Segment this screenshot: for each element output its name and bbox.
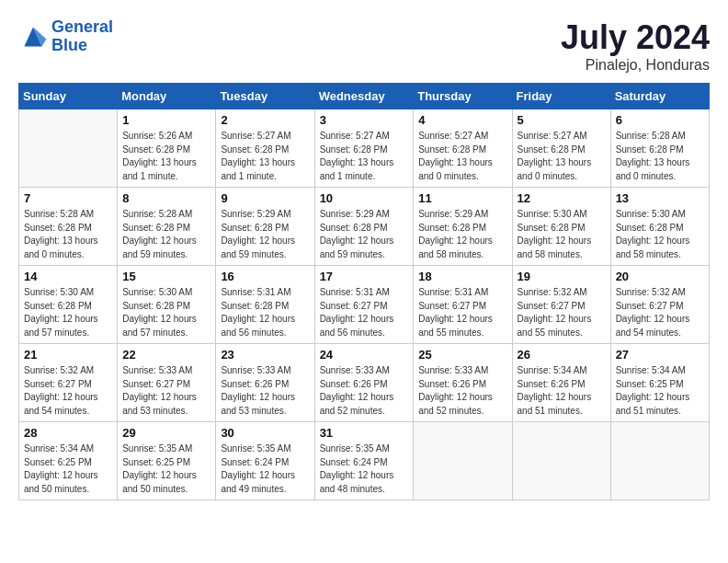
day-number: 28 <box>24 426 112 440</box>
calendar-table: SundayMondayTuesdayWednesdayThursdayFrid… <box>18 83 710 500</box>
day-number: 7 <box>24 191 112 205</box>
calendar-cell: 24Sunrise: 5:33 AM Sunset: 6:26 PM Dayli… <box>314 344 414 422</box>
day-info: Sunrise: 5:28 AM Sunset: 6:28 PM Dayligh… <box>122 208 210 261</box>
day-info: Sunrise: 5:28 AM Sunset: 6:28 PM Dayligh… <box>24 208 112 261</box>
day-number: 31 <box>320 426 409 440</box>
day-number: 16 <box>221 270 309 283</box>
day-info: Sunrise: 5:35 AM Sunset: 6:24 PM Dayligh… <box>320 442 409 496</box>
day-number: 9 <box>221 191 309 205</box>
day-info: Sunrise: 5:32 AM Sunset: 6:27 PM Dayligh… <box>24 364 112 418</box>
calendar-body: 1Sunrise: 5:26 AM Sunset: 6:28 PM Daylig… <box>19 109 710 500</box>
day-number: 26 <box>518 348 606 362</box>
week-row-4: 21Sunrise: 5:32 AM Sunset: 6:27 PM Dayli… <box>19 344 710 422</box>
logo-icon <box>18 24 48 50</box>
week-row-3: 14Sunrise: 5:30 AM Sunset: 6:28 PM Dayli… <box>19 266 710 344</box>
calendar-cell: 4Sunrise: 5:27 AM Sunset: 6:28 PM Daylig… <box>414 109 512 188</box>
day-number: 15 <box>122 270 210 283</box>
calendar-cell <box>610 422 709 500</box>
day-number: 10 <box>320 191 409 205</box>
day-info: Sunrise: 5:33 AM Sunset: 6:26 PM Dayligh… <box>320 364 409 418</box>
day-info: Sunrise: 5:31 AM Sunset: 6:27 PM Dayligh… <box>418 286 506 339</box>
weekday-monday: Monday <box>118 84 216 109</box>
calendar-cell: 27Sunrise: 5:34 AM Sunset: 6:25 PM Dayli… <box>610 344 709 422</box>
weekday-saturday: Saturday <box>610 84 709 109</box>
day-number: 20 <box>616 270 704 283</box>
calendar-cell: 16Sunrise: 5:31 AM Sunset: 6:28 PM Dayli… <box>216 266 314 344</box>
day-number: 2 <box>221 113 309 127</box>
day-info: Sunrise: 5:35 AM Sunset: 6:24 PM Dayligh… <box>221 442 309 496</box>
day-info: Sunrise: 5:31 AM Sunset: 6:28 PM Dayligh… <box>221 286 309 339</box>
week-row-2: 7Sunrise: 5:28 AM Sunset: 6:28 PM Daylig… <box>19 188 710 266</box>
day-info: Sunrise: 5:29 AM Sunset: 6:28 PM Dayligh… <box>320 208 409 261</box>
calendar-cell: 20Sunrise: 5:32 AM Sunset: 6:27 PM Dayli… <box>610 266 709 344</box>
calendar-cell: 18Sunrise: 5:31 AM Sunset: 6:27 PM Dayli… <box>414 266 512 344</box>
title-block: July 2024 Pinalejo, Honduras <box>561 18 710 74</box>
calendar-cell: 29Sunrise: 5:35 AM Sunset: 6:25 PM Dayli… <box>118 422 216 500</box>
calendar-cell: 17Sunrise: 5:31 AM Sunset: 6:27 PM Dayli… <box>314 266 414 344</box>
day-number: 17 <box>320 270 409 283</box>
day-number: 21 <box>24 348 112 362</box>
day-number: 29 <box>122 426 210 440</box>
calendar-cell: 15Sunrise: 5:30 AM Sunset: 6:28 PM Dayli… <box>118 266 216 344</box>
location: Pinalejo, Honduras <box>561 57 710 74</box>
day-info: Sunrise: 5:31 AM Sunset: 6:27 PM Dayligh… <box>320 286 409 339</box>
calendar-cell: 28Sunrise: 5:34 AM Sunset: 6:25 PM Dayli… <box>19 422 118 500</box>
day-info: Sunrise: 5:33 AM Sunset: 6:26 PM Dayligh… <box>418 364 506 418</box>
weekday-sunday: Sunday <box>19 84 118 109</box>
day-info: Sunrise: 5:32 AM Sunset: 6:27 PM Dayligh… <box>518 286 606 339</box>
calendar-cell: 12Sunrise: 5:30 AM Sunset: 6:28 PM Dayli… <box>512 188 610 266</box>
calendar-cell: 30Sunrise: 5:35 AM Sunset: 6:24 PM Dayli… <box>216 422 314 500</box>
day-info: Sunrise: 5:27 AM Sunset: 6:28 PM Dayligh… <box>320 130 409 183</box>
weekday-header-row: SundayMondayTuesdayWednesdayThursdayFrid… <box>19 84 710 109</box>
month-title: July 2024 <box>561 18 710 57</box>
calendar-cell: 26Sunrise: 5:34 AM Sunset: 6:26 PM Dayli… <box>512 344 610 422</box>
day-number: 11 <box>418 191 506 205</box>
day-info: Sunrise: 5:30 AM Sunset: 6:28 PM Dayligh… <box>616 208 704 261</box>
day-info: Sunrise: 5:35 AM Sunset: 6:25 PM Dayligh… <box>122 442 210 496</box>
day-info: Sunrise: 5:27 AM Sunset: 6:28 PM Dayligh… <box>518 130 606 183</box>
weekday-friday: Friday <box>512 84 610 109</box>
calendar-cell <box>512 422 610 500</box>
day-number: 13 <box>616 191 704 205</box>
weekday-wednesday: Wednesday <box>314 84 414 109</box>
calendar-cell: 13Sunrise: 5:30 AM Sunset: 6:28 PM Dayli… <box>610 188 709 266</box>
logo-line1: General <box>51 17 113 36</box>
week-row-1: 1Sunrise: 5:26 AM Sunset: 6:28 PM Daylig… <box>19 109 710 188</box>
calendar-cell: 8Sunrise: 5:28 AM Sunset: 6:28 PM Daylig… <box>118 188 216 266</box>
day-number: 12 <box>518 191 606 205</box>
weekday-tuesday: Tuesday <box>216 84 314 109</box>
week-row-5: 28Sunrise: 5:34 AM Sunset: 6:25 PM Dayli… <box>19 422 710 500</box>
day-info: Sunrise: 5:26 AM Sunset: 6:28 PM Dayligh… <box>122 130 210 183</box>
day-number: 8 <box>122 191 210 205</box>
day-number: 25 <box>418 348 506 362</box>
calendar-cell: 6Sunrise: 5:28 AM Sunset: 6:28 PM Daylig… <box>610 109 709 188</box>
calendar-cell: 22Sunrise: 5:33 AM Sunset: 6:27 PM Dayli… <box>118 344 216 422</box>
calendar-cell: 25Sunrise: 5:33 AM Sunset: 6:26 PM Dayli… <box>414 344 512 422</box>
day-number: 5 <box>518 113 606 127</box>
day-number: 22 <box>122 348 210 362</box>
day-info: Sunrise: 5:33 AM Sunset: 6:26 PM Dayligh… <box>221 364 309 418</box>
day-number: 18 <box>418 270 506 283</box>
calendar-cell: 9Sunrise: 5:29 AM Sunset: 6:28 PM Daylig… <box>216 188 314 266</box>
logo-text: General Blue <box>51 18 113 55</box>
calendar-cell: 5Sunrise: 5:27 AM Sunset: 6:28 PM Daylig… <box>512 109 610 188</box>
calendar-cell <box>414 422 512 500</box>
day-info: Sunrise: 5:32 AM Sunset: 6:27 PM Dayligh… <box>616 286 704 339</box>
calendar-header: SundayMondayTuesdayWednesdayThursdayFrid… <box>19 84 710 109</box>
day-number: 27 <box>616 348 704 362</box>
day-info: Sunrise: 5:30 AM Sunset: 6:28 PM Dayligh… <box>24 286 112 339</box>
calendar-cell: 2Sunrise: 5:27 AM Sunset: 6:28 PM Daylig… <box>216 109 314 188</box>
calendar-cell <box>19 109 118 188</box>
day-info: Sunrise: 5:29 AM Sunset: 6:28 PM Dayligh… <box>221 208 309 261</box>
day-number: 3 <box>320 113 409 127</box>
logo: General Blue <box>18 18 113 55</box>
day-number: 30 <box>221 426 309 440</box>
day-number: 14 <box>24 270 112 283</box>
calendar-cell: 11Sunrise: 5:29 AM Sunset: 6:28 PM Dayli… <box>414 188 512 266</box>
day-number: 1 <box>122 113 210 127</box>
day-info: Sunrise: 5:29 AM Sunset: 6:28 PM Dayligh… <box>418 208 506 261</box>
day-info: Sunrise: 5:28 AM Sunset: 6:28 PM Dayligh… <box>616 130 704 183</box>
logo-line2: Blue <box>51 37 113 55</box>
day-number: 23 <box>221 348 309 362</box>
calendar-cell: 14Sunrise: 5:30 AM Sunset: 6:28 PM Dayli… <box>19 266 118 344</box>
